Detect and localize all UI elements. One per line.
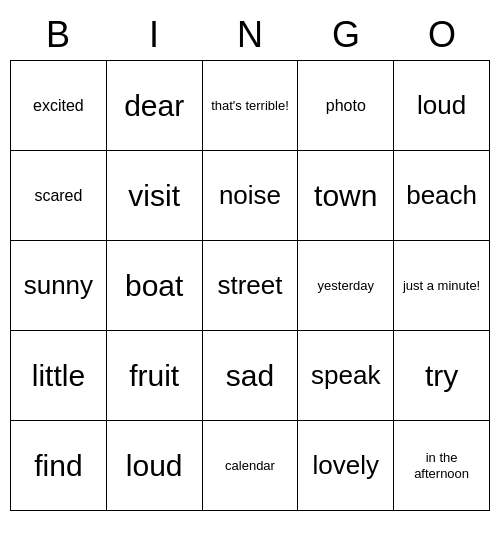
cell-text: find	[34, 448, 82, 484]
header-letter: B	[10, 10, 106, 60]
bingo-cell: speak	[298, 331, 394, 421]
bingo-cell: dear	[107, 61, 203, 151]
header-letter: G	[298, 10, 394, 60]
cell-text: speak	[311, 360, 380, 391]
cell-text: boat	[125, 268, 183, 304]
cell-text: loud	[417, 90, 466, 121]
bingo-cell: photo	[298, 61, 394, 151]
cell-text: noise	[219, 180, 281, 211]
cell-text: little	[32, 358, 85, 394]
bingo-cell: beach	[394, 151, 490, 241]
bingo-cell: loud	[107, 421, 203, 511]
bingo-cell: fruit	[107, 331, 203, 421]
cell-text: yesterday	[318, 278, 374, 294]
bingo-cell: sunny	[11, 241, 107, 331]
cell-text: lovely	[313, 450, 379, 481]
cell-text: sunny	[24, 270, 93, 301]
bingo-card: BINGO exciteddearthat's terrible!photolo…	[10, 10, 490, 511]
bingo-cell: calendar	[203, 421, 299, 511]
cell-text: excited	[33, 96, 84, 115]
bingo-cell: excited	[11, 61, 107, 151]
cell-text: calendar	[225, 458, 275, 474]
header-letter: O	[394, 10, 490, 60]
cell-text: that's terrible!	[211, 98, 289, 114]
bingo-cell: sad	[203, 331, 299, 421]
cell-text: beach	[406, 180, 477, 211]
bingo-cell: find	[11, 421, 107, 511]
bingo-cell: noise	[203, 151, 299, 241]
bingo-header: BINGO	[10, 10, 490, 60]
bingo-cell: yesterday	[298, 241, 394, 331]
cell-text: scared	[34, 186, 82, 205]
bingo-cell: lovely	[298, 421, 394, 511]
bingo-cell: try	[394, 331, 490, 421]
bingo-cell: scared	[11, 151, 107, 241]
bingo-grid: exciteddearthat's terrible!photoloudscar…	[10, 60, 490, 511]
cell-text: just a minute!	[403, 278, 480, 294]
cell-text: street	[217, 270, 282, 301]
bingo-cell: town	[298, 151, 394, 241]
cell-text: loud	[126, 448, 183, 484]
cell-text: photo	[326, 96, 366, 115]
bingo-cell: street	[203, 241, 299, 331]
cell-text: town	[314, 178, 377, 214]
bingo-cell: visit	[107, 151, 203, 241]
cell-text: fruit	[129, 358, 179, 394]
header-letter: I	[106, 10, 202, 60]
bingo-cell: just a minute!	[394, 241, 490, 331]
bingo-cell: that's terrible!	[203, 61, 299, 151]
cell-text: sad	[226, 358, 274, 394]
bingo-cell: little	[11, 331, 107, 421]
cell-text: in the afternoon	[397, 450, 486, 481]
cell-text: visit	[128, 178, 180, 214]
cell-text: dear	[124, 88, 184, 124]
bingo-cell: loud	[394, 61, 490, 151]
bingo-cell: in the afternoon	[394, 421, 490, 511]
cell-text: try	[425, 358, 458, 394]
bingo-cell: boat	[107, 241, 203, 331]
header-letter: N	[202, 10, 298, 60]
